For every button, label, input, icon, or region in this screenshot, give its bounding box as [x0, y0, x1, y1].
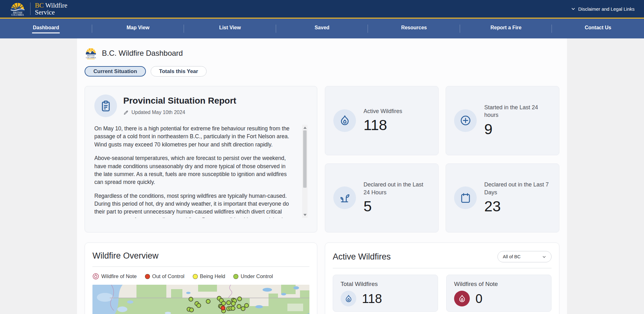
wildfires-of-note-card: Wildfires of Note 0 [446, 275, 552, 312]
dashboard-tabs: Current Situation Totals this Year [85, 66, 559, 77]
stat-label: Started in the Last 24 hours [484, 104, 550, 119]
stat-card-active-wildfires: Active Wildfires 118 [325, 86, 439, 155]
plus-circle-icon [454, 109, 477, 132]
nav-item-saved[interactable]: Saved [276, 19, 368, 38]
red-dot-icon [145, 274, 150, 279]
provincial-situation-report-card: Provincial Situation Report Updated May … [85, 86, 317, 232]
tab-current-situation[interactable]: Current Situation [85, 66, 146, 77]
legend-being-held: Being Held [193, 273, 225, 279]
flame-icon [341, 291, 356, 306]
chevron-down-icon [571, 7, 575, 11]
wildfire-overview-panel: Wildfire Overview Wildfire of Note Out o… [85, 243, 317, 314]
map-fire-dot-under-control[interactable] [237, 297, 242, 301]
page-title: B.C. Wildfire Dashboard [102, 49, 183, 58]
active-wildfires-title: Active Wildfires [333, 252, 391, 262]
disclaimer-legal-links[interactable]: Disclaimer and Legal Links [571, 6, 635, 12]
total-wildfires-label: Total Wildfires [341, 281, 430, 288]
map-fire-dot-under-control[interactable] [226, 300, 231, 305]
bc-wildfire-logo: BRITISH COLUMBIA BC Wildfire Service [9, 0, 67, 18]
scroll-down-arrow-icon[interactable] [303, 214, 307, 216]
report-text-area[interactable]: On May 10, there is a high potential for… [94, 125, 308, 218]
svg-text:COLUMBIA: COLUMBIA [11, 14, 24, 16]
region-filter-dropdown[interactable]: All of BC [497, 251, 552, 262]
yellow-dot-icon [193, 274, 198, 279]
map-fire-dot-under-control[interactable] [189, 297, 193, 302]
map-fire-dot-under-control[interactable] [189, 308, 194, 312]
map-fire-dot-out-of-control[interactable] [221, 306, 225, 311]
chevron-down-icon [542, 255, 546, 259]
svg-text:COLUMBIA: COLUMBIA [86, 57, 96, 59]
wildfire-map[interactable] [92, 285, 309, 314]
legend-under-control: Under Control [233, 273, 273, 279]
total-wildfires-value: 118 [362, 292, 382, 306]
stat-value: 9 [484, 120, 550, 138]
scroll-up-arrow-icon[interactable] [303, 127, 307, 129]
report-paragraph: On May 10, there is a high potential for… [94, 125, 293, 149]
divider [92, 266, 309, 267]
bc-logo-small-icon: BRITISH COLUMBIA [85, 47, 97, 59]
app-header: BRITISH COLUMBIA BC Wildfire Service Dis… [0, 0, 644, 19]
dashboard-content: BRITISH COLUMBIA B.C. Wildfire Dashboard… [77, 38, 567, 314]
stat-value: 118 [364, 116, 402, 134]
active-wildfires-panel: Active Wildfires All of BC Total Wildfir… [325, 243, 559, 314]
wildfires-of-note-value: 0 [475, 292, 482, 306]
stat-label: Active Wildfires [364, 107, 402, 115]
stat-label: Declared out in the Last 7 Days [484, 181, 550, 196]
flame-note-icon [454, 291, 470, 306]
flame-note-icon [92, 273, 99, 280]
clipboard-icon [94, 94, 117, 117]
bc-government-logo-icon: BRITISH COLUMBIA [9, 2, 26, 16]
green-dot-icon [233, 274, 238, 279]
report-scrollbar[interactable] [302, 125, 308, 218]
region-filter-value: All of BC [503, 254, 520, 259]
nav-item-map-view[interactable]: Map View [92, 19, 184, 38]
sprout-icon [333, 186, 356, 209]
map-fire-dot-under-control[interactable] [244, 303, 249, 308]
stat-card-declared-out-24h: Declared out in the Last 24 Hours 5 [325, 163, 439, 233]
stat-value: 5 [364, 197, 430, 215]
report-updated-date: Updated May 10th 2024 [131, 110, 185, 115]
tab-totals-this-year[interactable]: Totals this Year [151, 66, 207, 77]
map-fire-dot-under-control[interactable] [231, 306, 236, 311]
legend-out-of-control: Out of Control [145, 273, 185, 279]
stat-cards-grid: Active Wildfires 118 Started in the Last… [325, 86, 559, 232]
stat-card-started-last-24h: Started in the Last 24 hours 9 [446, 86, 559, 155]
nav-item-dashboard[interactable]: Dashboard [0, 19, 92, 38]
report-paragraph: Regardless of the conditions, most sprin… [94, 192, 293, 218]
nav-item-contact-us[interactable]: Contact Us [552, 19, 644, 38]
total-wildfires-card: Total Wildfires 118 [333, 275, 438, 312]
nav-item-resources[interactable]: Resources [368, 19, 460, 38]
legend-wildfire-of-note: Wildfire of Note [92, 273, 137, 280]
nav-item-list-view[interactable]: List View [184, 19, 276, 38]
header-divider [30, 3, 31, 15]
divider [333, 268, 552, 268]
flame-icon [333, 109, 356, 132]
main-nav: Dashboard Map View List View Saved Resou… [0, 19, 644, 38]
scrollbar-thumb[interactable] [303, 130, 307, 188]
map-fire-dot-under-control[interactable] [197, 303, 201, 308]
bc-wildfire-wordmark: BC Wildfire Service [35, 2, 67, 16]
map-legend: Wildfire of Note Out of Control Being He… [92, 273, 309, 280]
wildfires-of-note-label: Wildfires of Note [454, 281, 544, 288]
calendar-icon [454, 186, 477, 209]
map-fire-dot-under-control[interactable] [206, 299, 211, 304]
pencil-icon [123, 110, 129, 115]
stat-label: Declared out in the Last 24 Hours [364, 181, 430, 196]
stat-card-declared-out-7d: Declared out in the Last 7 Days 23 [446, 163, 559, 233]
nav-item-report-a-fire[interactable]: Report a Fire [460, 19, 552, 38]
report-title: Provincial Situation Report [123, 96, 236, 106]
stat-value: 23 [484, 197, 550, 215]
wildfire-overview-title: Wildfire Overview [92, 251, 158, 261]
report-paragraph: Above-seasonal temperatures, which are f… [94, 154, 293, 186]
basemap-terrain [92, 285, 309, 314]
map-fire-dot-under-control[interactable] [231, 301, 236, 306]
disclaimer-label: Disclaimer and Legal Links [578, 6, 635, 12]
